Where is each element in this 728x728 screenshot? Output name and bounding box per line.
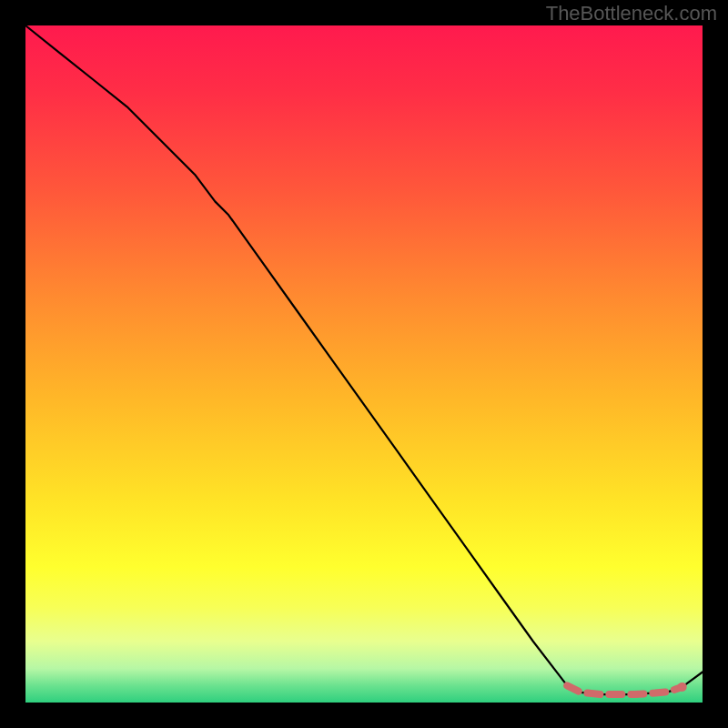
highlight-point [678, 682, 687, 692]
bottleneck-chart [0, 0, 728, 728]
chart-frame: TheBottleneck.com [0, 0, 728, 728]
plot-background [25, 25, 703, 703]
watermark-text: TheBottleneck.com [546, 2, 717, 25]
